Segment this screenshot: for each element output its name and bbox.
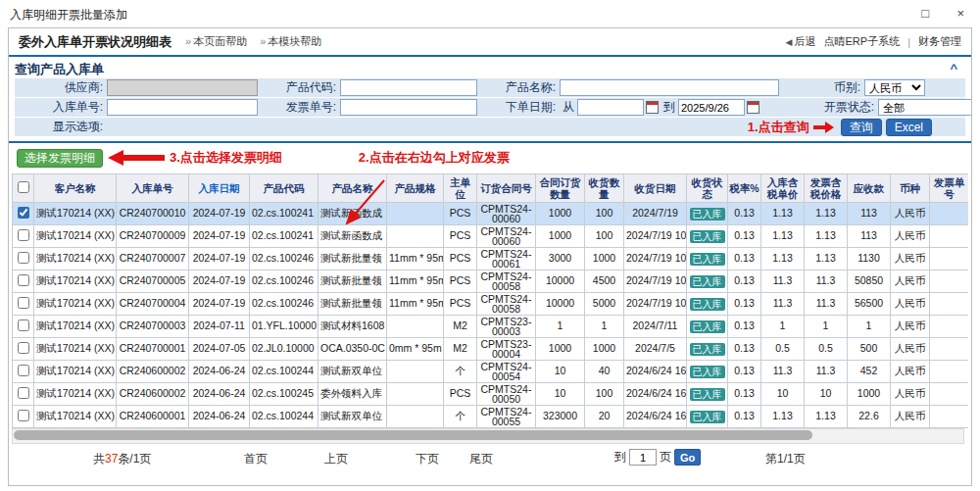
- column-header-currency[interactable]: 币种: [891, 174, 930, 203]
- row-checkbox[interactable]: [18, 365, 29, 376]
- table-row[interactable]: 测试170214 (XX)CR2406000022024-06-2402.cs.…: [13, 383, 969, 406]
- column-header-receivable[interactable]: 应收款: [848, 174, 891, 203]
- first-page-link[interactable]: 首页: [244, 451, 268, 467]
- calendar-icon[interactable]: [747, 101, 760, 114]
- query-panel-title: 查询产品入库单: [15, 62, 104, 76]
- invoice-status-select[interactable]: 全部: [878, 99, 972, 116]
- page-unit-label: 页: [660, 449, 671, 466]
- row-checkbox[interactable]: [18, 252, 29, 264]
- column-header-invoice_no[interactable]: 发票单号: [930, 174, 969, 203]
- cell-contract_qty: 1000: [536, 203, 585, 225]
- cell-invoice_no: [930, 383, 969, 406]
- row-checkbox[interactable]: [18, 297, 29, 309]
- excel-button[interactable]: Excel: [886, 119, 932, 136]
- date-to-input[interactable]: [678, 99, 745, 116]
- currency-select[interactable]: 人民币: [864, 79, 925, 96]
- column-header-recv_status[interactable]: 收货状态: [687, 174, 728, 203]
- row-checkbox[interactable]: [18, 274, 29, 286]
- column-header-inbound_no[interactable]: 入库单号: [117, 174, 189, 203]
- cell-contract_no: CPMTS24-00058: [477, 293, 536, 316]
- column-header-inbound_date[interactable]: 入库日期: [189, 174, 250, 203]
- window-close-button[interactable]: ×: [956, 6, 964, 21]
- table-row[interactable]: 测试170214 (XX)CR2406000022024-06-2402.cs.…: [13, 361, 969, 383]
- cell-inv_price: 11.3: [805, 361, 848, 383]
- system-name[interactable]: 点晴ERP子系统: [824, 34, 901, 49]
- column-header-contract_no[interactable]: 订货合同号: [477, 174, 536, 203]
- cell-invoice_no: [930, 361, 969, 383]
- collapse-icon[interactable]: ^: [950, 58, 957, 78]
- table-row[interactable]: 测试170214 (XX)CR2407000042024-07-1902.cs.…: [13, 293, 969, 316]
- cell-unit: PCS: [444, 203, 477, 225]
- row-checkbox[interactable]: [18, 342, 29, 354]
- module-help-link[interactable]: »本模块帮助: [260, 35, 321, 47]
- table-row[interactable]: 测试170214 (XX)CR2407000032024-07-1101.YFL…: [13, 316, 969, 338]
- cell-receivable: 113: [848, 225, 891, 248]
- invoice-no-input[interactable]: [340, 99, 477, 116]
- horizontal-scrollbar[interactable]: [12, 428, 964, 444]
- cell-recv_qty: 40: [585, 361, 624, 383]
- table-row[interactable]: 测试170214 (XX)CR2406000012024-06-2402.cs.…: [13, 406, 969, 428]
- total-count: 共37条/1页: [93, 451, 151, 467]
- go-button[interactable]: Go: [674, 449, 701, 466]
- cell-recv_date: 2024/7/19 10: [624, 270, 687, 293]
- table-row[interactable]: 测试170214 (XX)CR2407000072024-07-1902.cs.…: [13, 248, 969, 270]
- calendar-icon[interactable]: [646, 101, 659, 114]
- scrollbar-thumb[interactable]: [14, 430, 812, 440]
- row-checkbox[interactable]: [18, 319, 29, 331]
- row-checkbox[interactable]: [18, 229, 29, 241]
- table-row[interactable]: 测试170214 (XX)CR2407000052024-07-1902.cs.…: [13, 270, 969, 293]
- cell-receivable: 452: [848, 361, 891, 383]
- cell-inbound_no: CR240600002: [117, 361, 189, 383]
- cell-currency: 人民币: [891, 293, 930, 316]
- inbound-no-input[interactable]: [107, 99, 258, 116]
- cell-recv_qty: 4500: [585, 270, 624, 293]
- cell-inbound_no: CR240700010: [117, 203, 189, 225]
- column-header-product_name[interactable]: 产品名称: [318, 174, 387, 203]
- select-invoice-detail-button[interactable]: 选择发票明细: [17, 149, 103, 168]
- column-header-product_code[interactable]: 产品代码: [250, 174, 318, 203]
- table-row[interactable]: 测试170214 (XX)CR2407000012024-07-0502.JL0…: [13, 338, 969, 361]
- cell-tax_rate: 0.13: [728, 225, 761, 248]
- column-header-recv_qty[interactable]: 收货数量: [585, 174, 624, 203]
- cell-customer: 测试170214 (XX): [34, 248, 117, 270]
- window-maximize-button[interactable]: □: [921, 6, 929, 21]
- cell-unit: 个: [444, 361, 477, 383]
- column-header-recv_date[interactable]: 收货日期: [624, 174, 687, 203]
- row-checkbox[interactable]: [18, 207, 29, 219]
- product-name-label: 产品名称:: [477, 79, 560, 96]
- query-row-1: 供应商: 产品代码: 产品名称: 币别: 人民币: [15, 78, 965, 97]
- cell-in_price: 1: [761, 316, 805, 338]
- search-button[interactable]: 查询: [841, 119, 882, 136]
- table-row[interactable]: 测试170214 (XX)CR2407000102024-07-1902.cs.…: [13, 203, 969, 225]
- column-header-unit[interactable]: 主单位: [444, 174, 477, 203]
- column-header-in_price[interactable]: 入库含税单价: [761, 174, 805, 203]
- row-checkbox-cell: [13, 316, 34, 338]
- row-checkbox[interactable]: [18, 387, 29, 399]
- prev-page-link[interactable]: 上页: [324, 451, 348, 467]
- column-header-spec[interactable]: 产品规格: [387, 174, 444, 203]
- cell-product_name: 委外领料入库: [318, 383, 387, 406]
- arrow-right-icon: [813, 121, 835, 134]
- select-all-checkbox[interactable]: [18, 181, 29, 193]
- module-name[interactable]: 财务管理: [918, 34, 961, 49]
- next-page-link[interactable]: 下页: [416, 451, 439, 467]
- column-header-contract_qty[interactable]: 合同订货数量: [536, 174, 585, 203]
- cell-in_price: 1.13: [761, 203, 805, 225]
- back-button[interactable]: ◀后退: [786, 34, 816, 49]
- product-name-input[interactable]: [560, 79, 779, 96]
- row-checkbox-cell: [13, 406, 34, 428]
- row-checkbox-cell: [13, 383, 34, 406]
- column-header-inv_price[interactable]: 发票含税价格: [805, 174, 848, 203]
- page-help-link[interactable]: »本页面帮助: [185, 35, 247, 47]
- column-header-tax_rate[interactable]: 税率%: [728, 174, 761, 203]
- row-checkbox[interactable]: [18, 410, 29, 421]
- product-code-input[interactable]: [340, 79, 477, 96]
- status-badge: 已入库: [690, 253, 725, 266]
- page-number-input[interactable]: [629, 449, 657, 466]
- cell-inv_price: 1: [805, 316, 848, 338]
- date-from-input[interactable]: [577, 99, 644, 116]
- supplier-input[interactable]: [107, 79, 258, 96]
- last-page-link[interactable]: 尾页: [469, 451, 493, 467]
- column-header-customer[interactable]: 客户名称: [34, 174, 117, 203]
- table-row[interactable]: 测试170214 (XX)CR2407000092024-07-1902.cs.…: [13, 225, 969, 248]
